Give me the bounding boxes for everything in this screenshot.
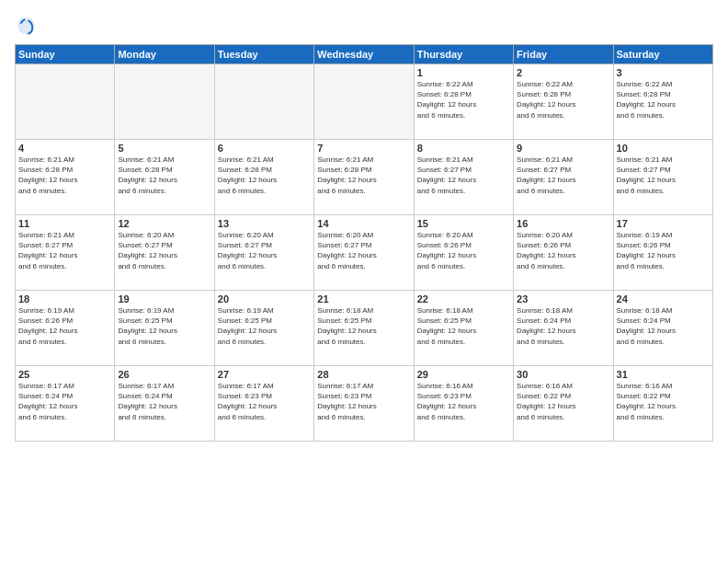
calendar-cell xyxy=(214,64,313,140)
day-number: 12 xyxy=(118,218,210,229)
day-number: 29 xyxy=(417,369,510,380)
calendar-cell: 28Sunrise: 6:17 AM Sunset: 6:23 PM Dayli… xyxy=(314,366,414,442)
day-info: Sunrise: 6:20 AM Sunset: 6:27 PM Dayligh… xyxy=(317,230,410,271)
day-number: 14 xyxy=(317,218,410,229)
day-info: Sunrise: 6:17 AM Sunset: 6:23 PM Dayligh… xyxy=(218,381,311,422)
calendar-cell: 11Sunrise: 6:21 AM Sunset: 6:27 PM Dayli… xyxy=(16,215,115,291)
day-number: 11 xyxy=(18,218,111,229)
calendar-cell: 21Sunrise: 6:18 AM Sunset: 6:25 PM Dayli… xyxy=(314,291,414,366)
day-info: Sunrise: 6:19 AM Sunset: 6:26 PM Dayligh… xyxy=(617,230,710,271)
weekday-header: Monday xyxy=(115,45,214,64)
calendar-cell: 31Sunrise: 6:16 AM Sunset: 6:22 PM Dayli… xyxy=(613,366,712,442)
day-number: 7 xyxy=(317,143,410,154)
day-info: Sunrise: 6:17 AM Sunset: 6:24 PM Dayligh… xyxy=(118,381,210,422)
day-info: Sunrise: 6:22 AM Sunset: 6:28 PM Dayligh… xyxy=(517,79,609,121)
day-info: Sunrise: 6:22 AM Sunset: 6:28 PM Dayligh… xyxy=(417,79,510,121)
weekday-header: Sunday xyxy=(16,45,115,64)
day-info: Sunrise: 6:16 AM Sunset: 6:22 PM Dayligh… xyxy=(517,381,609,422)
calendar-cell: 24Sunrise: 6:18 AM Sunset: 6:24 PM Dayli… xyxy=(613,291,712,366)
day-number: 2 xyxy=(517,67,609,78)
calendar-cell: 3Sunrise: 6:22 AM Sunset: 6:28 PM Daylig… xyxy=(613,64,712,140)
day-number: 15 xyxy=(417,218,510,229)
day-number: 8 xyxy=(417,143,510,154)
weekday-header: Tuesday xyxy=(214,45,313,64)
calendar-cell: 12Sunrise: 6:20 AM Sunset: 6:27 PM Dayli… xyxy=(115,215,214,291)
day-info: Sunrise: 6:16 AM Sunset: 6:22 PM Dayligh… xyxy=(617,381,710,422)
calendar-week-row: 25Sunrise: 6:17 AM Sunset: 6:24 PM Dayli… xyxy=(16,366,713,442)
day-number: 18 xyxy=(18,293,111,304)
day-info: Sunrise: 6:21 AM Sunset: 6:27 PM Dayligh… xyxy=(517,155,609,196)
day-info: Sunrise: 6:22 AM Sunset: 6:28 PM Dayligh… xyxy=(617,79,710,121)
day-number: 21 xyxy=(317,293,410,304)
day-number: 17 xyxy=(617,218,710,229)
day-number: 3 xyxy=(617,67,710,78)
day-number: 10 xyxy=(617,143,710,154)
day-info: Sunrise: 6:21 AM Sunset: 6:27 PM Dayligh… xyxy=(417,155,510,196)
day-info: Sunrise: 6:20 AM Sunset: 6:27 PM Dayligh… xyxy=(118,230,210,271)
day-info: Sunrise: 6:21 AM Sunset: 6:28 PM Dayligh… xyxy=(118,155,210,196)
day-info: Sunrise: 6:21 AM Sunset: 6:27 PM Dayligh… xyxy=(617,155,710,196)
weekday-header: Friday xyxy=(514,45,613,64)
calendar-cell: 2Sunrise: 6:22 AM Sunset: 6:28 PM Daylig… xyxy=(514,64,613,140)
day-number: 19 xyxy=(118,293,210,304)
calendar-cell xyxy=(314,64,414,140)
calendar-week-row: 18Sunrise: 6:19 AM Sunset: 6:26 PM Dayli… xyxy=(16,291,713,366)
calendar-week-row: 4Sunrise: 6:21 AM Sunset: 6:28 PM Daylig… xyxy=(16,140,713,215)
day-info: Sunrise: 6:17 AM Sunset: 6:23 PM Dayligh… xyxy=(317,381,410,422)
day-number: 23 xyxy=(517,293,609,304)
day-number: 9 xyxy=(517,143,609,154)
weekday-header: Wednesday xyxy=(314,45,414,64)
calendar-cell xyxy=(115,64,214,140)
day-info: Sunrise: 6:19 AM Sunset: 6:26 PM Dayligh… xyxy=(18,305,111,347)
day-info: Sunrise: 6:21 AM Sunset: 6:28 PM Dayligh… xyxy=(18,155,111,196)
day-info: Sunrise: 6:19 AM Sunset: 6:25 PM Dayligh… xyxy=(118,305,210,347)
calendar-cell: 22Sunrise: 6:18 AM Sunset: 6:25 PM Dayli… xyxy=(414,291,513,366)
day-info: Sunrise: 6:16 AM Sunset: 6:23 PM Dayligh… xyxy=(417,381,510,422)
day-number: 1 xyxy=(417,67,510,78)
calendar-cell: 1Sunrise: 6:22 AM Sunset: 6:28 PM Daylig… xyxy=(414,64,513,140)
calendar-cell: 10Sunrise: 6:21 AM Sunset: 6:27 PM Dayli… xyxy=(613,140,712,215)
calendar-cell: 23Sunrise: 6:18 AM Sunset: 6:24 PM Dayli… xyxy=(514,291,613,366)
header xyxy=(15,15,713,37)
day-info: Sunrise: 6:21 AM Sunset: 6:28 PM Dayligh… xyxy=(317,155,410,196)
calendar-cell: 14Sunrise: 6:20 AM Sunset: 6:27 PM Dayli… xyxy=(314,215,414,291)
logo-icon xyxy=(15,15,37,37)
day-number: 31 xyxy=(617,369,710,380)
day-info: Sunrise: 6:21 AM Sunset: 6:28 PM Dayligh… xyxy=(218,155,311,196)
calendar-cell: 18Sunrise: 6:19 AM Sunset: 6:26 PM Dayli… xyxy=(16,291,115,366)
calendar-cell: 16Sunrise: 6:20 AM Sunset: 6:26 PM Dayli… xyxy=(514,215,613,291)
day-info: Sunrise: 6:19 AM Sunset: 6:25 PM Dayligh… xyxy=(218,305,311,347)
day-number: 30 xyxy=(517,369,609,380)
calendar-cell: 4Sunrise: 6:21 AM Sunset: 6:28 PM Daylig… xyxy=(16,140,115,215)
day-number: 22 xyxy=(417,293,510,304)
calendar-cell xyxy=(16,64,115,140)
day-number: 27 xyxy=(218,369,311,380)
weekday-header-row: SundayMondayTuesdayWednesdayThursdayFrid… xyxy=(16,45,713,64)
day-number: 4 xyxy=(18,143,111,154)
calendar-cell: 27Sunrise: 6:17 AM Sunset: 6:23 PM Dayli… xyxy=(214,366,313,442)
calendar-cell: 13Sunrise: 6:20 AM Sunset: 6:27 PM Dayli… xyxy=(214,215,313,291)
calendar-cell: 5Sunrise: 6:21 AM Sunset: 6:28 PM Daylig… xyxy=(115,140,214,215)
calendar-cell: 29Sunrise: 6:16 AM Sunset: 6:23 PM Dayli… xyxy=(414,366,513,442)
day-info: Sunrise: 6:17 AM Sunset: 6:24 PM Dayligh… xyxy=(18,381,111,422)
weekday-header: Saturday xyxy=(613,45,712,64)
day-info: Sunrise: 6:18 AM Sunset: 6:25 PM Dayligh… xyxy=(317,305,410,347)
day-number: 5 xyxy=(118,143,210,154)
calendar-cell: 6Sunrise: 6:21 AM Sunset: 6:28 PM Daylig… xyxy=(214,140,313,215)
calendar-cell: 15Sunrise: 6:20 AM Sunset: 6:26 PM Dayli… xyxy=(414,215,513,291)
calendar-week-row: 1Sunrise: 6:22 AM Sunset: 6:28 PM Daylig… xyxy=(16,64,713,140)
day-info: Sunrise: 6:20 AM Sunset: 6:27 PM Dayligh… xyxy=(218,230,311,271)
day-info: Sunrise: 6:20 AM Sunset: 6:26 PM Dayligh… xyxy=(517,230,609,271)
day-info: Sunrise: 6:21 AM Sunset: 6:27 PM Dayligh… xyxy=(18,230,111,271)
calendar: SundayMondayTuesdayWednesdayThursdayFrid… xyxy=(15,44,713,442)
calendar-cell: 19Sunrise: 6:19 AM Sunset: 6:25 PM Dayli… xyxy=(115,291,214,366)
day-number: 16 xyxy=(517,218,609,229)
calendar-week-row: 11Sunrise: 6:21 AM Sunset: 6:27 PM Dayli… xyxy=(16,215,713,291)
day-info: Sunrise: 6:18 AM Sunset: 6:25 PM Dayligh… xyxy=(417,305,510,347)
weekday-header: Thursday xyxy=(414,45,513,64)
day-info: Sunrise: 6:18 AM Sunset: 6:24 PM Dayligh… xyxy=(617,305,710,347)
day-info: Sunrise: 6:20 AM Sunset: 6:26 PM Dayligh… xyxy=(417,230,510,271)
calendar-cell: 7Sunrise: 6:21 AM Sunset: 6:28 PM Daylig… xyxy=(314,140,414,215)
calendar-cell: 30Sunrise: 6:16 AM Sunset: 6:22 PM Dayli… xyxy=(514,366,613,442)
calendar-cell: 17Sunrise: 6:19 AM Sunset: 6:26 PM Dayli… xyxy=(613,215,712,291)
